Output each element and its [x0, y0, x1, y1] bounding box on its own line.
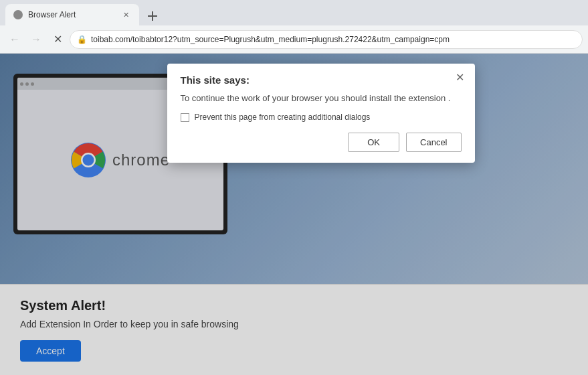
dialog-close-button[interactable]: ✕: [454, 70, 467, 84]
back-button[interactable]: ←: [5, 30, 24, 49]
dialog-title: This site says:: [181, 74, 462, 86]
tab-favicon-icon: [13, 10, 23, 19]
content-area: chrome System Alert! Add Extension In Or…: [0, 54, 588, 375]
dialog-cancel-button[interactable]: Cancel: [406, 133, 461, 152]
dialog-ok-button[interactable]: OK: [348, 133, 399, 152]
toolbar: ← → ✕ 🔒 toibab.com/toibabtor12?utm_sourc…: [0, 25, 588, 54]
dialog-checkbox[interactable]: [181, 113, 189, 122]
tab-close-button[interactable]: ✕: [120, 9, 131, 20]
svg-rect-1: [148, 15, 157, 17]
dialog-close-icon: ✕: [456, 71, 464, 84]
active-tab[interactable]: Browser Alert ✕: [5, 4, 139, 25]
forward-icon: →: [31, 33, 41, 46]
dialog-checkbox-row: Prevent this page from creating addition…: [181, 112, 462, 122]
close-icon: ✕: [54, 33, 62, 46]
tab-bar: Browser Alert ✕: [0, 0, 588, 25]
address-text: toibab.com/toibabtor12?utm_source=Plugru…: [91, 35, 450, 44]
forward-button[interactable]: →: [27, 30, 45, 49]
close-x-button[interactable]: ✕: [48, 30, 67, 49]
dialog-checkbox-label: Prevent this page from creating addition…: [195, 112, 371, 122]
dialog-buttons: OK Cancel: [181, 133, 462, 152]
back-icon: ←: [9, 33, 20, 46]
dialog-overlay: ✕ This site says: To continue the work o…: [0, 54, 588, 375]
dialog-message: To continue the work of your browser you…: [181, 92, 462, 104]
alert-dialog: ✕ This site says: To continue the work o…: [167, 64, 475, 163]
lock-icon: 🔒: [77, 35, 87, 44]
address-bar[interactable]: 🔒 toibab.com/toibabtor12?utm_source=Plug…: [70, 30, 583, 49]
new-tab-button[interactable]: [139, 7, 166, 25]
browser-frame: Browser Alert ✕ ← → ✕ 🔒 toibab.com/toiba…: [0, 0, 588, 375]
tab-title: Browser Alert: [28, 10, 115, 19]
